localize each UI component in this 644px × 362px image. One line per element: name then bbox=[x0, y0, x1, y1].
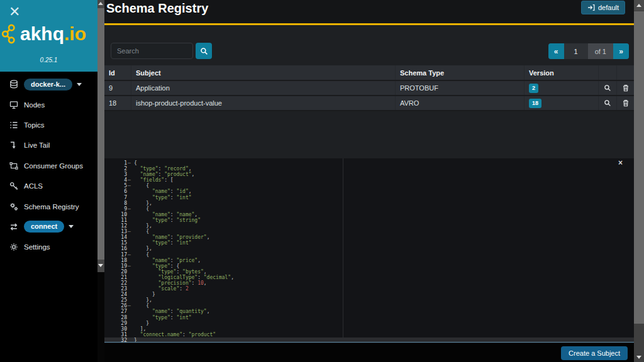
avro-schema-editor[interactable]: 1‒2 3 4‒5‒6 7 8 9‒10 11 12 13‒14 15 16 1… bbox=[104, 158, 634, 343]
sidebar-item-schema-registry[interactable]: Schema Registry bbox=[0, 196, 97, 216]
magnifier-icon bbox=[604, 99, 611, 107]
close-icon[interactable]: × bbox=[618, 158, 623, 167]
connect-selector[interactable]: connect bbox=[24, 221, 64, 233]
scroll-down-button[interactable] bbox=[634, 351, 644, 362]
cluster-selector[interactable]: docker-k... bbox=[24, 79, 72, 90]
editor-gutter: 1‒2 3 4‒5‒6 7 8 9‒10 11 12 13‒14 15 16 1… bbox=[104, 160, 134, 343]
col-actions bbox=[616, 65, 634, 80]
page-scrollbar[interactable] bbox=[634, 0, 644, 362]
key-icon bbox=[9, 182, 23, 190]
chevron-down-icon bbox=[77, 83, 82, 86]
footer-bar: Create a Subject bbox=[104, 343, 634, 362]
user-default-button[interactable]: default bbox=[581, 1, 625, 14]
database-icon bbox=[9, 80, 23, 89]
version-badge[interactable]: 2 bbox=[529, 84, 538, 93]
scroll-up-icon bbox=[636, 4, 641, 7]
object-group-icon bbox=[9, 162, 23, 170]
next-page-button[interactable]: » bbox=[613, 43, 629, 59]
trash-icon bbox=[622, 84, 630, 92]
app-window: ✕ akhq.io 0.25.1 docker-k bbox=[0, 0, 644, 362]
delete-schema-button[interactable] bbox=[616, 96, 634, 110]
sign-in-icon bbox=[587, 4, 595, 11]
col-subject: Subject bbox=[131, 65, 395, 80]
gear-icon bbox=[9, 243, 23, 251]
magnifier-icon bbox=[604, 84, 611, 92]
table-row[interactable]: 18 ishop-product-product-value AVRO 18 bbox=[104, 96, 634, 111]
table-header-row: Id Subject Schema Type Version bbox=[104, 65, 634, 81]
akhq-logo-icon bbox=[1, 24, 20, 44]
exchange-icon bbox=[9, 222, 23, 231]
scroll-up-icon[interactable] bbox=[98, 2, 103, 5]
pagination: « 1 of 1 » bbox=[548, 43, 629, 59]
scrollbar-thumb[interactable] bbox=[634, 11, 644, 324]
sidebar-nav: docker-k... Nodes Topics Live Tail bbox=[0, 74, 97, 258]
create-subject-button[interactable]: Create a Subject bbox=[561, 346, 628, 360]
scroll-up-button[interactable] bbox=[634, 0, 644, 11]
page-header: Schema Registry default bbox=[104, 0, 634, 25]
sidebar-item-nodes[interactable]: Nodes bbox=[0, 94, 97, 114]
view-schema-button[interactable] bbox=[598, 96, 616, 110]
trash-icon bbox=[622, 99, 630, 107]
header-accent-rule bbox=[104, 23, 634, 25]
page-title: Schema Registry bbox=[106, 1, 208, 16]
main-content: Schema Registry default « 1 of 1 » Id Su… bbox=[104, 0, 634, 362]
col-actions bbox=[598, 65, 616, 80]
current-page[interactable]: 1 bbox=[564, 43, 588, 59]
sidebar-item-connect[interactable]: connect bbox=[0, 217, 97, 237]
level-down-icon bbox=[9, 141, 23, 150]
view-schema-button[interactable] bbox=[598, 81, 616, 95]
list-icon bbox=[9, 121, 23, 129]
col-id: Id bbox=[104, 65, 131, 80]
table-row[interactable]: 9 Application PROTOBUF 2 bbox=[104, 81, 634, 96]
col-schema-type: Schema Type bbox=[395, 65, 524, 80]
logo[interactable]: akhq.io bbox=[1, 24, 97, 44]
delete-schema-button[interactable] bbox=[616, 81, 634, 95]
page-count-label: of 1 bbox=[588, 43, 613, 59]
version-label: 0.25.1 bbox=[0, 57, 97, 63]
search-input[interactable] bbox=[111, 43, 193, 59]
sidebar-item-topics[interactable]: Topics bbox=[0, 115, 97, 135]
cogs-icon bbox=[9, 202, 23, 211]
scrollbar-thumb[interactable] bbox=[97, 8, 104, 260]
sidebar-scrollbar[interactable] bbox=[97, 0, 104, 272]
version-badge[interactable]: 18 bbox=[529, 99, 541, 108]
search-icon bbox=[200, 47, 208, 55]
editor-code[interactable]: { "type": "record", "name": "product", "… bbox=[134, 160, 634, 343]
desktop-icon bbox=[9, 101, 23, 109]
sidebar-item-settings[interactable]: Settings bbox=[0, 237, 97, 257]
sidebar-item-live-tail[interactable]: Live Tail bbox=[0, 135, 97, 155]
scroll-down-icon[interactable] bbox=[98, 264, 103, 267]
close-sidebar-icon[interactable]: ✕ bbox=[9, 4, 20, 20]
sidebar-item-consumer-groups[interactable]: Consumer Groups bbox=[0, 156, 97, 176]
prev-page-button[interactable]: « bbox=[548, 43, 564, 59]
scroll-down-icon bbox=[636, 356, 641, 359]
sidebar-item-cluster[interactable]: docker-k... bbox=[0, 74, 97, 94]
search-button[interactable] bbox=[196, 43, 212, 59]
sidebar-item-acls[interactable]: ACLS bbox=[0, 176, 97, 196]
chevron-down-icon bbox=[69, 225, 74, 228]
sidebar-header: ✕ akhq.io 0.25.1 bbox=[0, 0, 97, 72]
sidebar: ✕ akhq.io 0.25.1 docker-k bbox=[0, 0, 97, 362]
schema-table: Id Subject Schema Type Version 9 Applica… bbox=[104, 65, 634, 111]
col-version: Version bbox=[524, 65, 598, 80]
logo-text: akhq.io bbox=[20, 25, 86, 43]
